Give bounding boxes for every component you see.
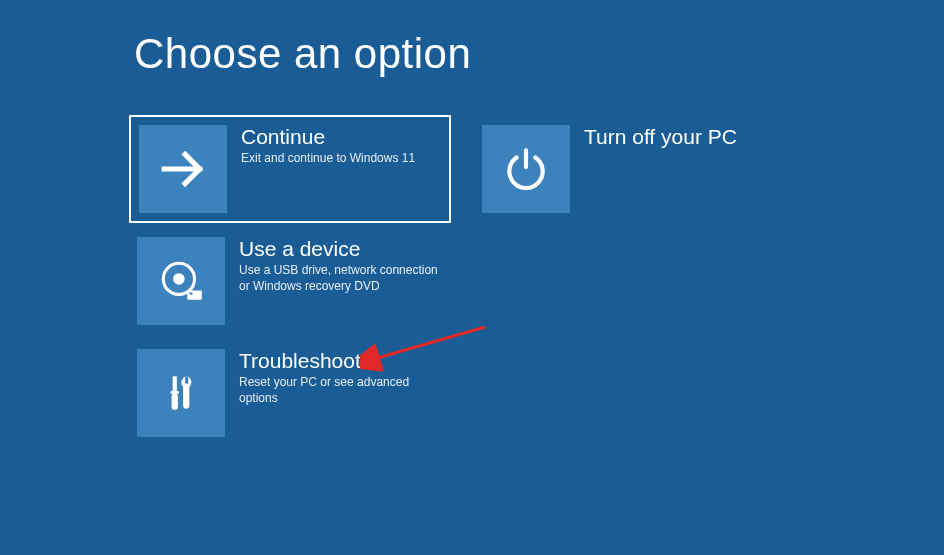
svg-rect-5 xyxy=(189,292,192,294)
tile-usedevice-title: Use a device xyxy=(239,237,443,260)
svg-point-3 xyxy=(175,275,183,283)
svg-rect-8 xyxy=(172,394,178,410)
tile-usedevice-desc: Use a USB drive, network connection or W… xyxy=(239,263,443,294)
arrow-right-icon xyxy=(139,125,227,213)
tile-continue[interactable]: Continue Exit and continue to Windows 11 xyxy=(129,115,451,223)
svg-rect-6 xyxy=(173,376,177,391)
tools-icon xyxy=(137,349,225,437)
disc-usb-icon xyxy=(137,237,225,325)
tile-usedevice[interactable]: Use a device Use a USB drive, network co… xyxy=(129,227,451,335)
tile-troubleshoot-title: Troubleshoot xyxy=(239,349,443,372)
svg-rect-9 xyxy=(185,376,188,383)
tile-continue-desc: Exit and continue to Windows 11 xyxy=(241,151,415,167)
svg-rect-7 xyxy=(171,391,179,394)
page-title: Choose an option xyxy=(134,30,471,78)
tile-turnoff-title: Turn off your PC xyxy=(584,125,737,148)
power-icon xyxy=(482,125,570,213)
tile-troubleshoot[interactable]: Troubleshoot Reset your PC or see advanc… xyxy=(129,339,451,447)
svg-rect-4 xyxy=(187,290,202,299)
tile-troubleshoot-desc: Reset your PC or see advanced options xyxy=(239,375,443,406)
tile-continue-title: Continue xyxy=(241,125,415,148)
tile-turnoff[interactable]: Turn off your PC xyxy=(472,115,794,223)
